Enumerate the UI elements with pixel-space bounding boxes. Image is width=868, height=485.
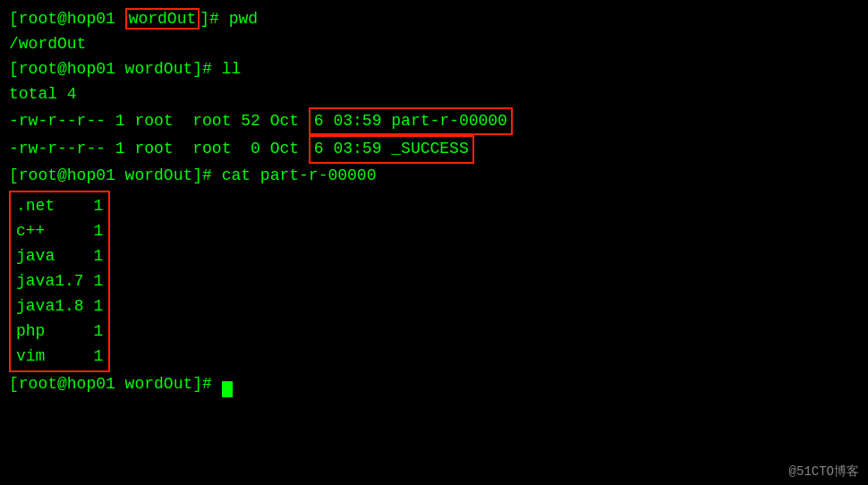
file2-highlight: 6 03:59 _SUCCESS <box>309 135 474 164</box>
file1-highlight: 6 03:59 part-r-00000 <box>309 107 513 136</box>
line-ll-prompt: [root@hop01 wordOut]# ll <box>9 57 859 82</box>
cat-line-php: php 1 <box>16 319 103 345</box>
wordout-highlight: wordOut <box>125 8 200 30</box>
line-pwd-prompt: [root@hop01 wordOut]# pwd <box>9 7 859 32</box>
cat-output-box: .net 1 c++ 1 java 1 java1.7 1 java1.8 1 … <box>9 191 110 372</box>
cat-line-cpp: c++ 1 <box>16 219 103 244</box>
cat-line-vim: vim 1 <box>16 345 103 370</box>
line-total: total 4 <box>9 82 859 107</box>
line-cat-prompt: [root@hop01 wordOut]# cat part-r-00000 <box>9 164 859 189</box>
cat-line-java: java 1 <box>16 244 103 269</box>
line-file1: -rw-r--r-- 1 root root 52 Oct 6 03:59 pa… <box>9 107 859 136</box>
cat-line-java18: java1.8 1 <box>16 294 103 319</box>
cat-line-net: .net 1 <box>16 194 103 219</box>
line-file2: -rw-r--r-- 1 root root 0 Oct 6 03:59 _SU… <box>9 135 859 164</box>
line-final-prompt: [root@hop01 wordOut]# <box>9 372 859 397</box>
cat-line-java17: java1.7 1 <box>16 269 103 294</box>
line-pwd-output: /wordOut <box>9 32 859 57</box>
cursor-blink <box>222 381 233 397</box>
terminal: [root@hop01 wordOut]# pwd /wordOut [root… <box>0 0 868 404</box>
watermark: @51CTO博客 <box>789 464 859 480</box>
